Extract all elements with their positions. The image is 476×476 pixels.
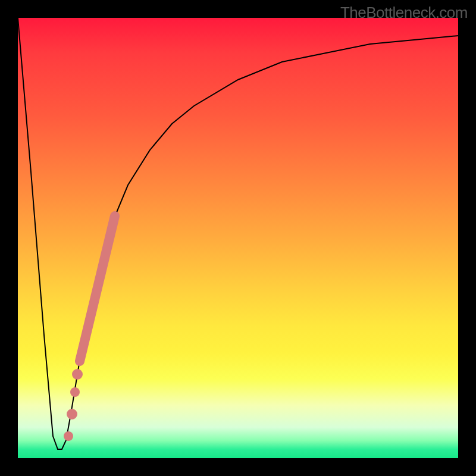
plot-area: [18, 18, 458, 458]
highlight-dot: [72, 369, 83, 380]
bottleneck-curve: [18, 18, 458, 449]
curve-layer: [18, 18, 458, 458]
highlight-dot: [70, 387, 80, 397]
highlight-segment: [80, 216, 115, 361]
chart-frame: TheBottleneck.com: [0, 0, 476, 476]
highlight-dot: [67, 409, 77, 419]
highlight-dot: [64, 431, 73, 441]
